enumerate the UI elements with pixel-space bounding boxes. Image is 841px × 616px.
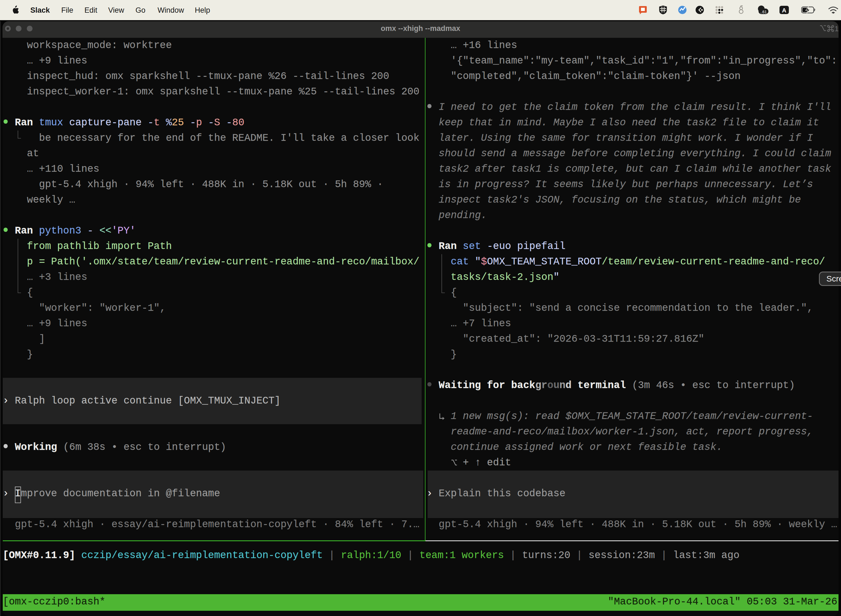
svg-text:1: 1 — [835, 25, 838, 33]
svg-text:A: A — [782, 7, 786, 14]
svg-text:..61: ..61 — [760, 10, 767, 14]
